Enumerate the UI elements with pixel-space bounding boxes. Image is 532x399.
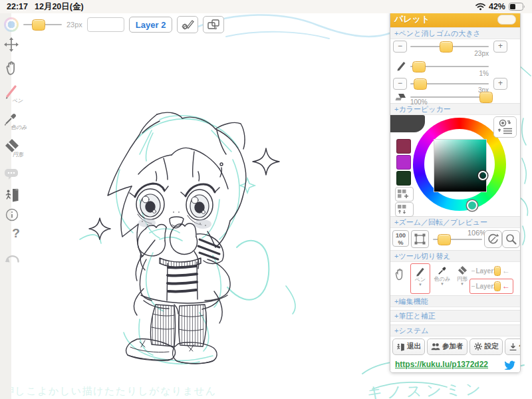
save-button[interactable]: 保存 — [505, 338, 521, 355]
participants-button-label: 参加者 — [442, 342, 464, 351]
eyedropper-dropdown-arrow[interactable]: ▼ — [433, 282, 452, 287]
participants-icon — [431, 342, 440, 350]
swap-swatch-button[interactable] — [395, 202, 414, 217]
pen-opacity-track[interactable] — [410, 66, 489, 67]
palette-swatch-2[interactable] — [396, 155, 411, 170]
eraser-opacity-readout: 100% — [410, 98, 428, 106]
move-icon — [3, 37, 19, 53]
undo-tool[interactable] — [3, 253, 23, 267]
pen-settings-button[interactable] — [177, 16, 198, 33]
pen-size-section: − + 23px 1% − + 3px 100% — [390, 39, 520, 103]
add-swatch-icon — [398, 190, 411, 199]
room-url-link[interactable]: https://kuku.lu/p1372d22 — [395, 360, 488, 369]
eraser-size-plus-button[interactable]: + — [493, 78, 507, 90]
tool-switch-section: ペン ▼ 色のみ ▼ 円形 ▼ Laye — [390, 262, 520, 295]
exit-button[interactable]: 退出 — [392, 338, 425, 355]
saturation-value-square[interactable] — [434, 139, 487, 192]
exit-button-label: 退出 — [407, 342, 421, 351]
rotate-reset-button[interactable] — [484, 230, 502, 248]
section-zoom[interactable]: +ズーム／回転／プレビュー — [390, 216, 520, 228]
swap-swatch-icon — [398, 205, 411, 214]
eraser-size-track[interactable] — [410, 83, 489, 84]
palette-title: パレット — [394, 13, 430, 25]
magnifier-icon — [505, 233, 517, 245]
battery-icon — [509, 3, 525, 11]
zoom-reset-bottom: % — [398, 239, 403, 246]
eraser-tool[interactable]: 円形 — [3, 137, 23, 154]
wifi-icon — [475, 3, 485, 11]
pen-size-slider[interactable] — [23, 19, 62, 30]
fit-view-button[interactable] — [411, 230, 429, 248]
pen-small-icon — [415, 265, 426, 277]
text-input[interactable] — [87, 17, 124, 32]
hand-icon — [3, 60, 19, 77]
zoom-reset-top: 100 — [396, 232, 406, 239]
pen-size-plus-button[interactable]: + — [493, 41, 507, 53]
hue-indicator[interactable] — [467, 200, 477, 211]
pen-opacity-readout: 1% — [462, 70, 489, 77]
pen-size-readout: 23px — [462, 50, 489, 57]
chat-icon — [3, 166, 19, 181]
layer2-selector[interactable]: Layer2 ← — [471, 280, 510, 292]
eraser-opacity-track[interactable] — [410, 96, 489, 98]
sv-indicator[interactable] — [478, 171, 487, 180]
hand-tool[interactable] — [3, 60, 23, 77]
eraser-dropdown-arrow[interactable]: ▼ — [453, 282, 471, 287]
help-tool[interactable]: ? — [6, 226, 26, 241]
participants-button[interactable]: 参加者 — [427, 338, 467, 355]
layer2-handle[interactable] — [494, 281, 501, 291]
tool-eraser-label: 円形 — [453, 277, 471, 282]
section-system[interactable]: +システム — [390, 325, 520, 336]
gear-icon — [473, 342, 483, 351]
layer1-selector[interactable]: Layer1 ← — [471, 265, 510, 277]
zoom-slider[interactable] — [433, 239, 482, 240]
pen-size-track[interactable] — [410, 46, 489, 47]
color-picker-section — [390, 115, 520, 216]
layer-transfer-button[interactable] — [203, 16, 224, 33]
palette-header[interactable]: パレット — [390, 11, 520, 27]
exit-tool[interactable] — [5, 188, 25, 202]
handwriting-right: キノスンミン — [367, 380, 485, 399]
eyedropper-tool[interactable]: 色のみ — [3, 110, 23, 126]
info-tool[interactable] — [5, 207, 25, 222]
pen-size-minus-button[interactable]: − — [393, 41, 407, 53]
section-pressure[interactable]: +筆圧と補正 — [390, 310, 520, 322]
layer-button[interactable]: Layer 2 — [129, 17, 173, 33]
chat-tool[interactable] — [3, 166, 23, 181]
move-tool[interactable] — [3, 37, 23, 53]
twitter-icon[interactable] — [503, 360, 515, 370]
settings-button[interactable]: 設定 — [469, 338, 503, 355]
save-button-label: 保存 — [519, 342, 521, 351]
exit-door-icon — [5, 188, 19, 202]
pen-dropdown-arrow[interactable]: ▼ — [411, 283, 430, 287]
top-toolbar: 23px Layer 2 — [4, 16, 224, 33]
undo-icon — [3, 253, 21, 267]
layer2-arrow: ← — [502, 282, 510, 290]
eraser-size-minus-button[interactable]: − — [393, 78, 407, 90]
picker-mode-button[interactable] — [493, 116, 517, 138]
color-wheel-icon[interactable] — [4, 17, 19, 32]
palette-swatch-3[interactable] — [396, 171, 411, 186]
status-date: 12月20日(金) — [35, 1, 84, 13]
section-edit[interactable]: +編集機能 — [390, 295, 520, 307]
section-pen-size[interactable]: +ペンと消しゴムの大きさ — [390, 27, 520, 39]
eyedropper-tool-label: 色のみ — [11, 124, 27, 131]
tool-switch-pen[interactable]: ペン ▼ — [410, 263, 430, 294]
zoom-reset-button[interactable]: 100 % — [392, 230, 409, 247]
pen-tool[interactable]: ペン — [3, 84, 23, 100]
layer1-handle[interactable] — [494, 266, 501, 276]
fit-view-icon — [414, 233, 426, 245]
palette-swatch-1[interactable] — [396, 139, 411, 154]
add-swatch-button[interactable] — [395, 187, 414, 201]
palette-collapse-toggle[interactable] — [497, 15, 516, 25]
action-buttons: 退出 参加者 設定 — [390, 336, 520, 356]
tool-switch-eyedropper[interactable]: 色のみ ▼ — [433, 263, 452, 287]
sketch-ink-layer — [89, 112, 279, 364]
eraser-small-icon — [395, 92, 407, 102]
section-tool-switch[interactable]: +ツール切り替え — [390, 250, 520, 262]
tool-switch-eraser[interactable]: 円形 ▼ — [453, 263, 471, 287]
tool-switch-hand[interactable] — [392, 267, 408, 282]
magnifier-button[interactable] — [502, 230, 520, 248]
pen-tool-label: ペン — [12, 97, 23, 104]
status-bar: 22:17 12月20日(金) 42% — [0, 0, 532, 13]
